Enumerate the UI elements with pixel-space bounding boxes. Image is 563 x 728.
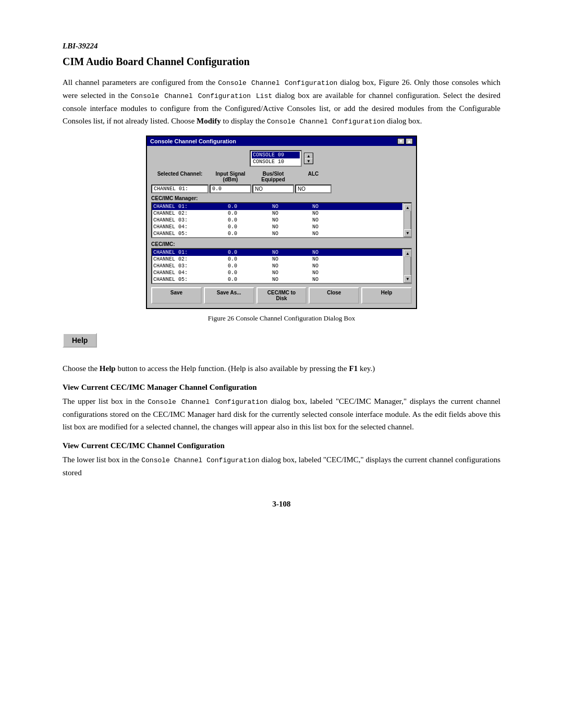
subsection1-title: View Current CEC/IMC Manager Channel Con… bbox=[63, 383, 500, 392]
cec-ch2-name: CHANNEL 02: bbox=[153, 256, 211, 262]
console-listbox[interactable]: CONSOLE 09 CONSOLE 10 bbox=[250, 150, 302, 167]
dialog-help-button[interactable]: Help bbox=[361, 287, 412, 304]
cec-ch2-input: 0.0 bbox=[212, 256, 253, 262]
manager-ch4-busslot: NO bbox=[254, 224, 296, 230]
manager-ch4-input: 0.0 bbox=[212, 224, 253, 230]
help-button-area: Help bbox=[63, 333, 500, 355]
manager-ch2-busslot: NO bbox=[254, 211, 296, 216]
cec-ch3-input: 0.0 bbox=[212, 263, 253, 269]
cec-imc-label: CEC/IMC: bbox=[151, 241, 412, 247]
cec-row-2[interactable]: CHANNEL 02: 0.0 NO NO bbox=[152, 256, 402, 263]
manager-ch5-busslot: NO bbox=[254, 231, 296, 237]
cec-ch4-input: 0.0 bbox=[212, 270, 253, 276]
manager-row-4[interactable]: CHANNEL 04: 0.0 NO NO bbox=[152, 224, 402, 230]
col-header-input: Input Signal(dBm) bbox=[210, 171, 251, 182]
spin-up-button[interactable]: ▲ bbox=[304, 153, 313, 158]
input-signal-field[interactable]: 0.0 bbox=[210, 184, 251, 193]
cec-ch4-busslot: NO bbox=[254, 270, 296, 276]
scrollbar-up-arrow[interactable]: ▲ bbox=[404, 204, 411, 211]
cec-ch1-input: 0.0 bbox=[212, 250, 253, 255]
manager-ch2-name: CHANNEL 02: bbox=[153, 211, 211, 216]
save-button[interactable]: Save bbox=[151, 287, 202, 304]
manager-row-3[interactable]: CHANNEL 03: 0.0 NO NO bbox=[152, 217, 402, 224]
cec-row-5[interactable]: CHANNEL 05: 0.0 NO NO bbox=[152, 276, 402, 283]
close-button[interactable]: Close bbox=[309, 287, 359, 304]
cec-ch2-alc: NO bbox=[297, 256, 334, 262]
inline-ref-2: Console Channel Configuration List bbox=[131, 92, 273, 100]
inline-ref-3: Console Channel Configuration bbox=[267, 118, 385, 126]
channel-header-row: Selected Channel: Input Signal(dBm) Bus/… bbox=[151, 171, 412, 182]
console-spinbox[interactable]: ▲ ▼ bbox=[304, 153, 313, 164]
inline-ref-4: Console Channel Configuration bbox=[148, 398, 267, 406]
manager-ch5-input: 0.0 bbox=[212, 231, 253, 237]
cec-ch1-busslot: NO bbox=[254, 250, 296, 255]
console-option-2[interactable]: CONSOLE 10 bbox=[252, 158, 300, 165]
inline-ref-1: Console Channel Configuration bbox=[218, 79, 337, 87]
subsection1-body: The upper list box in the Console Channe… bbox=[63, 395, 500, 433]
col-header-busslot: Bus/SlotEquipped bbox=[252, 171, 294, 182]
cec-imc-list[interactable]: CHANNEL 01: 0.0 NO NO CHANNEL 02: 0.0 NO… bbox=[151, 248, 412, 284]
dialog-body: CONSOLE 09 CONSOLE 10 ▲ ▼ Selected Chann… bbox=[147, 146, 416, 308]
cec-row-4[interactable]: CHANNEL 04: 0.0 NO NO bbox=[152, 269, 402, 276]
help-bold: Help bbox=[100, 364, 116, 373]
manager-ch1-busslot: NO bbox=[254, 204, 296, 209]
cec-ch5-input: 0.0 bbox=[212, 277, 253, 282]
manager-ch5-name: CHANNEL 05: bbox=[153, 231, 211, 237]
console-option-1[interactable]: CONSOLE 09 bbox=[252, 152, 300, 158]
selected-channel-row: CHANNEL 01: 0.0 NO NO bbox=[151, 184, 412, 193]
manager-ch3-input: 0.0 bbox=[212, 217, 253, 223]
manager-row-1[interactable]: CHANNEL 01: 0.0 NO NO bbox=[152, 203, 402, 210]
dialog-box: Console Channel Configuration ▼ ▲ CONSOL… bbox=[146, 135, 417, 309]
cec-ch2-busslot: NO bbox=[254, 256, 296, 262]
maximize-button[interactable]: ▲ bbox=[406, 138, 413, 144]
body-paragraph-1: All channel parameters are configured fr… bbox=[63, 76, 500, 127]
dialog-titlebar: Console Channel Configuration ▼ ▲ bbox=[147, 137, 416, 146]
manager-row-2[interactable]: CHANNEL 02: 0.0 NO NO bbox=[152, 210, 402, 217]
minimize-button[interactable]: ▼ bbox=[397, 138, 405, 144]
manager-ch3-alc: NO bbox=[297, 217, 334, 223]
manager-row-5[interactable]: CHANNEL 05: 0.0 NO NO bbox=[152, 230, 402, 237]
manager-list-scrollbar[interactable]: ▲ ▼ bbox=[403, 203, 411, 237]
cec-row-3[interactable]: CHANNEL 03: 0.0 NO NO bbox=[152, 263, 402, 269]
cec-row-1[interactable]: CHANNEL 01: 0.0 NO NO bbox=[152, 249, 402, 256]
cec-imc-manager-label: CEC/IMC Manager: bbox=[151, 195, 412, 201]
cec-scrollbar-up-arrow[interactable]: ▲ bbox=[404, 250, 411, 257]
spin-down-button[interactable]: ▼ bbox=[304, 158, 313, 164]
manager-ch3-name: CHANNEL 03: bbox=[153, 217, 211, 223]
modify-keyword: Modify bbox=[197, 117, 221, 125]
doc-id: LBI-39224 bbox=[63, 42, 500, 51]
cec-ch1-alc: NO bbox=[297, 250, 334, 255]
alc-field[interactable]: NO bbox=[295, 184, 332, 193]
dialog-buttons: Save Save As... CEC/IMC to Disk Close He… bbox=[151, 287, 412, 304]
manager-ch1-alc: NO bbox=[297, 204, 334, 209]
scrollbar-down-arrow[interactable]: ▼ bbox=[404, 229, 411, 237]
cec-ch4-name: CHANNEL 04: bbox=[153, 270, 211, 276]
cec-ch5-busslot: NO bbox=[254, 277, 296, 282]
bus-slot-field[interactable]: NO bbox=[252, 184, 294, 193]
save-as-button[interactable]: Save As... bbox=[204, 287, 254, 304]
cec-ch4-alc: NO bbox=[297, 270, 334, 276]
section-title: CIM Audio Board Channel Configuration bbox=[63, 56, 500, 68]
manager-ch2-alc: NO bbox=[297, 211, 334, 216]
cec-ch3-alc: NO bbox=[297, 263, 334, 269]
cec-ch3-name: CHANNEL 03: bbox=[153, 263, 211, 269]
cec-scrollbar-down-arrow[interactable]: ▼ bbox=[404, 275, 411, 282]
help-button[interactable]: Help bbox=[63, 333, 97, 348]
manager-ch4-alc: NO bbox=[297, 224, 334, 230]
cec-list-scrollbar[interactable]: ▲ ▼ bbox=[403, 249, 411, 283]
figure-caption: Figure 26 Console Channel Configuration … bbox=[63, 314, 500, 323]
cec-imc-to-disk-button[interactable]: CEC/IMC to Disk bbox=[256, 287, 307, 304]
titlebar-buttons[interactable]: ▼ ▲ bbox=[397, 138, 413, 144]
selected-channel-field[interactable]: CHANNEL 01: bbox=[151, 184, 209, 193]
f1-key: F1 bbox=[349, 364, 358, 373]
manager-ch1-input: 0.0 bbox=[212, 204, 253, 209]
subsection2-body: The lower list box in the Console Channe… bbox=[63, 453, 500, 479]
col-header-channel: Selected Channel: bbox=[151, 171, 209, 182]
manager-ch2-input: 0.0 bbox=[212, 211, 253, 216]
cec-ch5-name: CHANNEL 05: bbox=[153, 277, 211, 282]
cec-imc-manager-list[interactable]: CHANNEL 01: 0.0 NO NO CHANNEL 02: 0.0 NO… bbox=[151, 202, 412, 238]
inline-ref-5: Console Channel Configuration bbox=[141, 456, 259, 464]
manager-ch5-alc: NO bbox=[297, 231, 334, 237]
subsection2-title: View Current CEC/IMC Channel Configurati… bbox=[63, 441, 500, 450]
help-paragraph: Choose the Help button to access the Hel… bbox=[63, 362, 500, 375]
